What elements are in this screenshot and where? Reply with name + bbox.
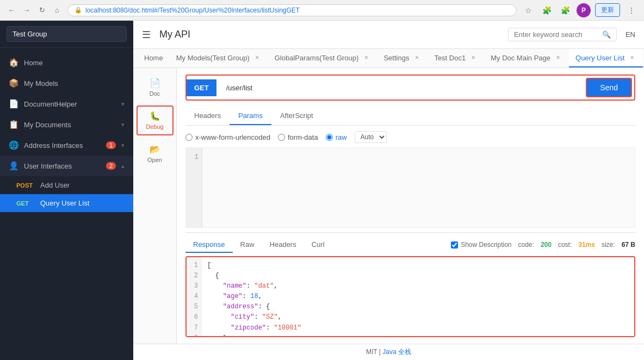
sidebar-item-label: Home [24, 59, 125, 67]
search-icon: 🔍 [602, 30, 611, 39]
url-input[interactable] [221, 79, 580, 96]
tabs-bar: Home My Models(Test Group) × GlobalParam… [133, 49, 644, 68]
sidebar-sub-add-user[interactable]: POST Add User [0, 176, 133, 194]
update-button[interactable]: 更新 [595, 3, 620, 17]
option-form-data[interactable]: form-data [278, 133, 318, 141]
java-link[interactable]: Java 全栈 [382, 348, 411, 356]
menu-button[interactable]: ⋮ [624, 3, 639, 17]
resp-tab-headers[interactable]: Headers [262, 237, 304, 253]
sidebar-item-label: Address Interfaces [24, 141, 101, 150]
tab-close-icon[interactable]: × [469, 53, 478, 62]
lock-icon: 🔒 [75, 7, 82, 14]
cost-label: cost: [558, 241, 572, 249]
radio-form-urlencoded[interactable] [185, 134, 193, 141]
menu-icon[interactable]: ☰ [142, 29, 151, 41]
resp-tab-curl[interactable]: Curl [304, 237, 332, 253]
radio-form-data[interactable] [278, 134, 285, 141]
main-content: ☰ My API 🔍 EN Home My Models(Test Group)… [133, 21, 644, 360]
radio-raw[interactable] [326, 134, 333, 141]
method-badge: GET [187, 79, 216, 96]
home-button[interactable]: ⌂ [51, 4, 63, 16]
tab-close-icon[interactable]: × [412, 53, 421, 62]
tab-close-icon[interactable]: × [362, 53, 370, 62]
api-area: GET Send Headers Params AfterScript [177, 68, 644, 344]
sidebar-item-home[interactable]: 🏠 Home [0, 52, 133, 73]
tab-label: My Models(Test Group) [176, 54, 250, 62]
sidebar-item-user-interfaces[interactable]: 👤 User Interfaces 2 ▴ [0, 156, 133, 176]
sidebar-header: Test Group [0, 21, 133, 48]
sidebar-item-address-interfaces[interactable]: 🌐 Address Interfaces 1 ▾ [0, 135, 133, 156]
tab-globalparams[interactable]: GlobalParams(Test Group) × [268, 49, 377, 67]
response-code-block: 1 2 3 4 5 6 7 8 9 10 [ { "name": "dat", [187, 257, 634, 338]
send-button[interactable]: Send [586, 78, 632, 97]
tab-my-models[interactable]: My Models(Test Group) × [170, 49, 268, 67]
tab-home[interactable]: Home [138, 49, 170, 67]
response-body: 1 2 3 4 5 6 7 8 9 10 [ { "name": "dat", [185, 256, 635, 338]
browser-actions: ☆ 🧩 🧩 P 更新 ⋮ [521, 3, 639, 17]
profile-button[interactable]: 🧩 [558, 3, 572, 17]
tab-label: Params [238, 111, 263, 120]
language-label: EN [626, 30, 635, 39]
star-button[interactable]: ☆ [521, 3, 535, 17]
method-get-label: GET [16, 200, 36, 207]
show-description-toggle[interactable]: Show Description [451, 241, 511, 249]
browser-chrome: ← → ↻ ⌂ 🔒 localhost:8080/doc.html#/Test%… [0, 0, 644, 21]
option-raw[interactable]: raw [326, 133, 347, 141]
tab-afterscript[interactable]: AfterScript [271, 107, 322, 125]
open-button[interactable]: 📂 Open [137, 140, 174, 167]
response-size: 67 B [622, 241, 635, 249]
tab-test-doc1[interactable]: Test Doc1 × [428, 49, 484, 67]
badge-2: 2 [106, 162, 116, 170]
tab-settings[interactable]: Settings × [377, 49, 428, 67]
resp-tab-raw[interactable]: Raw [233, 237, 262, 253]
option-label: x-www-form-urlencoded [195, 133, 270, 141]
back-button[interactable]: ← [5, 4, 17, 16]
show-desc-checkbox[interactable] [451, 241, 458, 249]
search-input[interactable] [514, 30, 599, 39]
tab-label: Query User List [575, 54, 624, 62]
response-code: 200 [541, 241, 552, 249]
tab-close-icon[interactable]: × [554, 53, 562, 62]
chevron-up-icon: ▴ [121, 163, 125, 170]
sidebar-item-my-models[interactable]: 📦 My Models [0, 73, 133, 94]
tab-params[interactable]: Params [230, 107, 271, 125]
response-meta: Show Description code: 200 cost: 31ms si… [451, 241, 635, 249]
tab-label: Settings [383, 54, 409, 62]
sidebar-item-label: My Documents [24, 121, 116, 129]
resp-tab-response[interactable]: Response [185, 237, 233, 253]
tab-close-icon[interactable]: × [253, 53, 262, 62]
debug-button[interactable]: 🐛 Debug [137, 105, 174, 135]
response-cost: 31ms [578, 241, 595, 249]
app-title: My API [159, 29, 499, 40]
tab-close-icon[interactable]: × [628, 53, 636, 62]
address-bar[interactable]: 🔒 localhost:8080/doc.html#/Test%20Group/… [67, 4, 517, 16]
sidebar: Test Group 🏠 Home 📦 My Models 📄 Document… [0, 21, 133, 360]
extension-button[interactable]: 🧩 [540, 3, 554, 17]
debug-label: Debug [146, 123, 163, 130]
group-select[interactable]: Test Group [7, 26, 127, 42]
sidebar-item-label: My Models [24, 79, 125, 88]
user-avatar[interactable]: P [577, 3, 591, 17]
chevron-down-icon: ▾ [121, 101, 125, 108]
section-divider [185, 232, 635, 233]
tab-my-doc-main[interactable]: My Doc Main Page × [484, 49, 569, 67]
tab-label: GlobalParams(Test Group) [275, 54, 359, 62]
option-form-urlencoded[interactable]: x-www-form-urlencoded [185, 133, 270, 141]
response-tabs: Response Raw Headers Curl [185, 237, 442, 253]
doc-button[interactable]: 📄 Doc [137, 73, 174, 101]
sidebar-sub-query-user[interactable]: GET Query User List [0, 194, 133, 212]
search-bar[interactable]: 🔍 [508, 28, 617, 41]
forward-button[interactable]: → [21, 4, 33, 16]
chevron-right-icon: ▾ [121, 142, 125, 149]
sidebar-item-dochelper[interactable]: 📄 DocumentHelper ▾ [0, 94, 133, 114]
browser-controls: ← → ↻ ⌂ [5, 4, 63, 16]
tab-query-user-list[interactable]: Query User List × [569, 49, 643, 67]
tab-headers[interactable]: Headers [185, 107, 230, 125]
code-editor: 1 [185, 147, 635, 228]
sidebar-item-my-docs[interactable]: 📋 My Documents ▾ [0, 114, 133, 135]
code-content[interactable] [202, 148, 635, 227]
sidebar-item-label: User Interfaces [24, 162, 101, 170]
reload-button[interactable]: ↻ [36, 4, 48, 16]
open-icon: 📂 [150, 144, 160, 154]
format-select[interactable]: Auto [355, 131, 387, 143]
